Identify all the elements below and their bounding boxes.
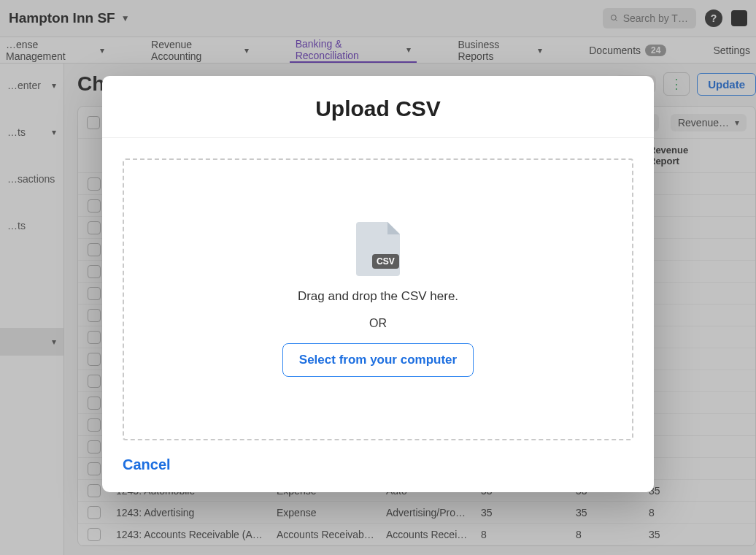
csv-file-icon: CSV (356, 222, 400, 276)
select-from-computer-button[interactable]: Select from your computer (282, 343, 474, 377)
csv-dropzone[interactable]: CSV Drag and drop the CSV here. OR Selec… (123, 158, 633, 440)
upload-csv-modal: Upload CSV CSV Drag and drop the CSV her… (102, 76, 654, 492)
modal-mask[interactable]: Upload CSV CSV Drag and drop the CSV her… (0, 0, 756, 555)
modal-footer: Cancel (102, 440, 654, 492)
or-text: OR (369, 317, 387, 330)
drop-text: Drag and drop the CSV here. (298, 289, 458, 304)
csv-tag: CSV (372, 254, 399, 269)
cancel-button[interactable]: Cancel (123, 456, 171, 473)
modal-title: Upload CSV (102, 76, 654, 138)
